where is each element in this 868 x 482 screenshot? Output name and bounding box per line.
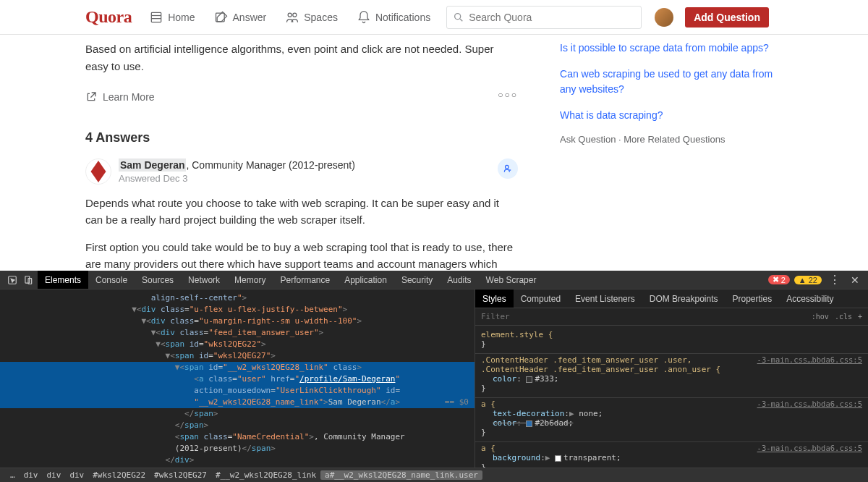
header-bar: Quora Home Answer Spaces Notifications A… [0,0,868,35]
svg-point-8 [506,165,509,169]
answer-p2: First option you could take would be to … [85,239,518,271]
stab-computed[interactable]: Computed [514,289,568,308]
styles-rules[interactable]: element.style { } -3-main.css…bbda6.css:… [475,326,868,468]
hov-toggle[interactable]: :hov [812,313,829,321]
quora-logo[interactable]: Quora [85,7,132,27]
answer-user-link[interactable]: Sam Degeran [119,158,186,172]
crumb-1[interactable]: div [20,470,43,480]
crumb-3[interactable]: div [65,470,88,480]
crumb-5[interactable]: #wksl2QEG27 [150,470,211,480]
search-box[interactable] [446,6,642,29]
external-link-icon [85,91,97,103]
cls-toggle[interactable]: .cls [835,313,852,321]
answers-count: 4 Answers [85,130,518,145]
learn-more-link[interactable]: Learn More [85,91,518,103]
dom-breadcrumb[interactable]: … div div div #wksl2QEG22 #wksl2QEG27 #_… [0,468,868,482]
crumb-2[interactable]: div [43,470,66,480]
tab-console[interactable]: Console [88,271,135,289]
svg-line-7 [460,19,462,21]
pencil-icon [214,10,229,25]
devtools-tabs: Elements Console Sources Network Memory … [0,271,868,289]
nav-spaces[interactable]: Spaces [285,10,338,25]
svg-point-4 [288,13,292,17]
avatar[interactable] [655,8,673,27]
search-input[interactable] [469,12,635,23]
crumb-6[interactable]: #__w2_wksl2QEG28_link [211,470,320,480]
styles-tabs: Styles Computed Event Listeners DOM Brea… [475,289,868,308]
answer-header: Sam Degeran, Community Manager (2012-pre… [119,158,490,185]
nav-spaces-label: Spaces [304,12,338,23]
styles-filter-bar: :hov .cls + [475,308,868,326]
rule-a-deco[interactable]: -3-main.css…bbda6.css:5 a { text-decorat… [475,398,868,442]
crumb-4[interactable]: #wksl2QEG22 [88,470,150,480]
error-count[interactable]: ✖ 2 [768,275,790,284]
tab-sources[interactable]: Sources [135,271,181,289]
inspect-icon[interactable] [6,274,19,287]
devtools-close-icon[interactable]: ✕ [848,274,862,286]
related-q1[interactable]: Is it possible to scrape data from mobil… [560,41,783,55]
stab-styles[interactable]: Styles [475,289,514,308]
nav-notifications-label: Notifications [375,12,430,23]
nav-answer-label: Answer [233,12,267,23]
svg-rect-10 [25,276,30,282]
answer-avatar[interactable] [85,158,111,185]
search-icon [453,12,464,23]
people-icon [285,10,299,25]
stab-properties[interactable]: Properties [725,289,779,308]
stab-accessibility[interactable]: Accessibility [779,289,841,308]
nav-home-label: Home [168,12,195,23]
rule-a-bg[interactable]: -3-main.css…bbda6.css:5 a { background:▶… [475,442,868,468]
crumb-0[interactable]: … [6,470,20,480]
tab-network[interactable]: Network [181,271,227,289]
sidebar: Is it possible to scrape data from mobil… [560,41,783,271]
svg-point-6 [455,13,461,19]
device-icon[interactable] [22,274,35,287]
content-area: Based on artificial intelligence algorit… [0,35,868,271]
promo-text: Based on artificial intelligence algorit… [85,41,518,75]
tab-application[interactable]: Application [337,271,394,289]
learn-more-label: Learn More [103,91,155,103]
svg-point-5 [293,13,297,17]
tab-performance[interactable]: Performance [273,271,337,289]
primary-nav: Home Answer Spaces Notifications [149,10,430,25]
tab-memory[interactable]: Memory [227,271,273,289]
tab-elements[interactable]: Elements [38,271,88,289]
tab-webscraper[interactable]: Web Scraper [479,271,544,289]
nav-answer[interactable]: Answer [214,10,267,25]
svg-rect-0 [152,12,161,22]
stab-listeners[interactable]: Event Listeners [568,289,642,308]
answer-body: Depends what route you choose to take wi… [85,195,518,271]
main-column: Based on artificial intelligence algorit… [85,41,518,271]
styles-pane: Styles Computed Event Listeners DOM Brea… [475,289,868,468]
tab-audits[interactable]: Audits [440,271,478,289]
answer-p1: Depends what route you choose to take wi… [85,195,518,229]
rule-user-color[interactable]: -3-main.css…bbda6.css:5 .ContentHeader .… [475,354,868,398]
answer-badge-icon[interactable] [498,158,518,179]
related-q2[interactable]: Can web scraping be used to get any data… [560,67,783,96]
dom-tree[interactable]: align-self--center"> ▼<div class="u-flex… [0,289,475,468]
bell-icon [357,10,371,25]
answer-credential: , Community Manager (2012-present) [186,159,354,171]
rule-element-style[interactable]: element.style { } [475,329,868,354]
related-q3[interactable]: What is data scraping? [560,108,783,122]
styles-filter-input[interactable] [481,312,812,321]
crumb-7[interactable]: a#__w2_wksl2QEG28_name_link.user [320,470,482,480]
add-question-button[interactable]: Add Question [685,7,769,28]
sidebar-footer[interactable]: Ask Question · More Related Questions [560,134,783,145]
answer-date: Answered Dec 3 [119,173,490,184]
add-rule-button[interactable]: + [858,313,862,321]
home-icon [149,10,163,25]
more-options-icon[interactable]: ○○○ [498,90,518,100]
nav-notifications[interactable]: Notifications [357,10,430,25]
warning-count[interactable]: ▲ 22 [794,276,822,284]
nav-home[interactable]: Home [149,10,195,25]
tab-security[interactable]: Security [394,271,440,289]
devtools-panel: Elements Console Sources Network Memory … [0,271,868,482]
stab-breakpoints[interactable]: DOM Breakpoints [642,289,726,308]
devtools-menu-icon[interactable]: ⋮ [826,273,843,287]
answer-block: Sam Degeran, Community Manager (2012-pre… [85,158,518,185]
